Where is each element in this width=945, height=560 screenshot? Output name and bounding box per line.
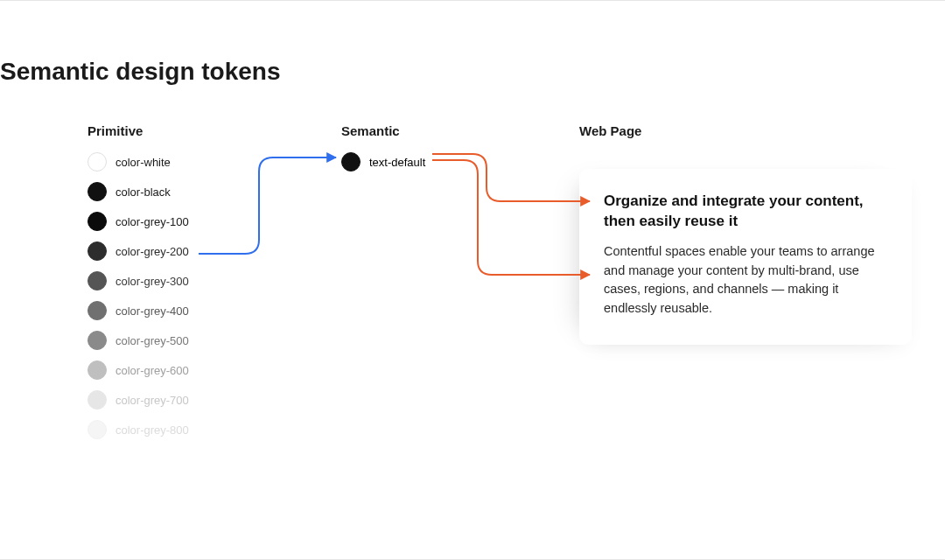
semantic-header: Semantic <box>341 123 425 138</box>
color-swatch <box>88 360 107 380</box>
semantic-token-label: text-default <box>369 156 425 169</box>
color-swatch <box>88 152 107 172</box>
arrow-primitive-to-semantic <box>199 158 336 254</box>
primitive-token-row: color-grey-300 <box>88 271 189 290</box>
primitive-column: Primitive color-whitecolor-blackcolor-gr… <box>88 123 189 439</box>
color-swatch <box>88 420 107 439</box>
arrow-semantic-to-body <box>432 160 590 275</box>
color-swatch <box>88 182 107 201</box>
primitive-token-list: color-whitecolor-blackcolor-grey-100colo… <box>88 152 189 439</box>
primitive-token-label: color-grey-800 <box>116 424 189 437</box>
card-title: Organize and integrate your content, the… <box>604 192 887 232</box>
primitive-token-row: color-grey-400 <box>88 301 189 320</box>
semantic-token-row: text-default <box>341 152 425 172</box>
card-body: Contentful spaces enable your teams to a… <box>604 242 887 318</box>
primitive-token-label: color-grey-500 <box>116 334 189 347</box>
primitive-token-row: color-grey-700 <box>88 390 189 410</box>
webpage-column: Web Page <box>579 123 641 138</box>
color-swatch <box>88 242 107 261</box>
primitive-token-label: color-grey-200 <box>116 245 189 258</box>
primitive-token-row: color-grey-600 <box>88 360 189 380</box>
primitive-token-label: color-grey-700 <box>116 394 189 407</box>
primitive-token-row: color-grey-500 <box>88 331 189 350</box>
primitive-token-label: color-grey-600 <box>116 364 189 377</box>
semantic-swatch <box>341 152 360 172</box>
color-swatch <box>88 212 107 231</box>
primitive-token-row: color-grey-100 <box>88 212 189 231</box>
color-swatch <box>88 390 107 410</box>
arrow-semantic-to-title <box>432 154 590 201</box>
primitive-token-row: color-black <box>88 182 189 201</box>
primitive-token-label: color-grey-400 <box>116 304 189 318</box>
page-title: Semantic design tokens <box>0 58 281 86</box>
primitive-header: Primitive <box>88 123 189 138</box>
color-swatch <box>88 271 107 290</box>
webpage-header: Web Page <box>579 123 641 138</box>
primitive-token-label: color-grey-100 <box>116 215 189 228</box>
webpage-card: Organize and integrate your content, the… <box>579 169 912 345</box>
primitive-token-row: color-white <box>88 152 189 172</box>
color-swatch <box>88 331 107 350</box>
primitive-token-row: color-grey-200 <box>88 242 189 261</box>
primitive-token-label: color-white <box>116 156 171 169</box>
color-swatch <box>88 301 107 320</box>
primitive-token-row: color-grey-800 <box>88 420 189 439</box>
primitive-token-label: color-black <box>116 186 171 199</box>
primitive-token-label: color-grey-300 <box>116 275 189 288</box>
semantic-column: Semantic text-default <box>341 123 425 172</box>
